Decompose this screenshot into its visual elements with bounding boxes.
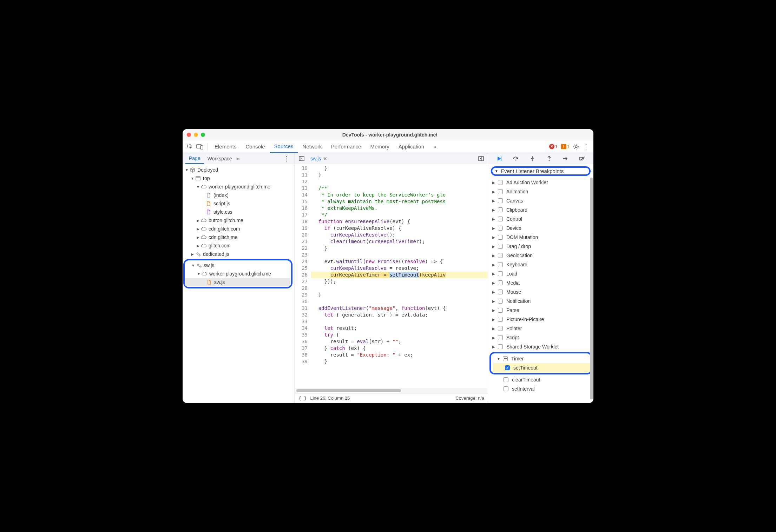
event-category-timer[interactable]: ▼Timer (493, 354, 590, 363)
toggle-debugger-icon[interactable] (476, 154, 486, 163)
tree-root-deployed[interactable]: ▼Deployed (183, 166, 295, 174)
event-category-row[interactable]: ▶Shared Storage Worklet (488, 342, 593, 351)
kebab-menu-icon[interactable]: ⋮ (581, 142, 591, 151)
tree-dedicated[interactable]: ▶dedicated.js (183, 250, 295, 258)
resume-button[interactable] (495, 155, 503, 162)
tab-console[interactable]: Console (242, 140, 269, 153)
checkbox-icon[interactable] (498, 335, 503, 340)
tree-top[interactable]: ▼top (183, 174, 295, 182)
event-category-row[interactable]: ▶Clipboard (488, 205, 593, 214)
event-category-row[interactable]: ▶Parse (488, 306, 593, 315)
checkbox-icon[interactable] (498, 280, 503, 285)
window-controls (187, 133, 205, 137)
subtab-workspace[interactable]: Workspace (204, 153, 236, 164)
tab-memory[interactable]: Memory (366, 140, 394, 153)
navigator-menu-icon[interactable]: ⋮ (281, 155, 292, 162)
pretty-print-icon[interactable]: { } (298, 395, 307, 401)
subtabs-overflow[interactable]: » (237, 155, 239, 161)
checkbox-icon[interactable] (498, 253, 503, 258)
tab-application[interactable]: Application (394, 140, 428, 153)
code-editor[interactable]: 1011121314151617181920212223242526272829… (295, 164, 488, 388)
checkbox-icon[interactable] (504, 377, 508, 382)
event-category-row[interactable]: ▶Notification (488, 297, 593, 306)
event-category-row[interactable]: ▶Script (488, 333, 593, 342)
event-category-row[interactable]: ▶Mouse (488, 287, 593, 297)
deactivate-breakpoints-button[interactable] (578, 155, 586, 162)
event-category-row[interactable]: ▶Canvas (488, 196, 593, 205)
warning-badge[interactable]: !1 (561, 144, 570, 149)
tab-sources[interactable]: Sources (270, 140, 298, 153)
checkbox-icon[interactable] (498, 290, 503, 294)
tree-file-swjs[interactable]: sw.js (185, 278, 290, 286)
event-category-row[interactable]: ▶Drag / drop (488, 242, 593, 251)
maximize-window-button[interactable] (201, 133, 205, 137)
tree-sw-root[interactable]: ▼sw.js (185, 261, 290, 270)
checkbox-icon[interactable] (498, 317, 503, 322)
event-category-row[interactable]: ▶Pointer (488, 324, 593, 333)
tree-domain-cdnme[interactable]: ▶cdn.glitch.me (183, 233, 295, 241)
checkbox-icon[interactable] (498, 217, 503, 221)
step-into-button[interactable] (528, 155, 536, 162)
tree-domain-1[interactable]: ▼worker-playground.glitch.me (183, 182, 295, 191)
checkbox-icon[interactable] (498, 308, 503, 313)
checkbox-icon[interactable] (498, 198, 503, 203)
event-clearTimeout[interactable]: clearTimeout (488, 375, 593, 384)
tree-file-stylecss[interactable]: style.css (183, 208, 295, 216)
step-out-button[interactable] (545, 155, 553, 162)
vertical-scrollbar[interactable] (590, 178, 593, 399)
event-category-row[interactable]: ▶Geolocation (488, 251, 593, 260)
step-button[interactable] (562, 155, 570, 162)
checkbox-icon[interactable] (498, 271, 503, 276)
close-tab-icon[interactable]: ✕ (323, 156, 327, 161)
checkbox-icon[interactable] (498, 299, 503, 304)
checkbox-icon[interactable] (498, 180, 503, 185)
event-category-row[interactable]: ▶Device (488, 224, 593, 233)
checkbox-icon[interactable] (498, 344, 503, 349)
settings-icon[interactable] (572, 142, 581, 151)
section-title[interactable]: Event Listener Breakpoints (501, 168, 564, 174)
checkbox-icon[interactable] (498, 235, 503, 240)
close-window-button[interactable] (187, 133, 191, 137)
toggle-navigator-icon[interactable] (297, 154, 306, 163)
tree-domain-button[interactable]: ▶button.glitch.me (183, 216, 295, 225)
tab-network[interactable]: Network (298, 140, 326, 153)
checkbox-icon[interactable] (498, 244, 503, 249)
checkbox-icon[interactable] (498, 207, 503, 212)
inspect-icon[interactable] (185, 142, 195, 151)
tree-file-scriptjs[interactable]: script.js (183, 199, 295, 208)
tab-elements[interactable]: Elements (210, 140, 241, 153)
checkbox-icon[interactable] (504, 386, 508, 391)
minimize-window-button[interactable] (194, 133, 198, 137)
tree-sw-domain[interactable]: ▼worker-playground.glitch.me (185, 270, 290, 278)
tree-file-index[interactable]: (index) (183, 191, 295, 199)
checkbox-indeterminate-icon[interactable] (503, 356, 508, 361)
checkbox-icon[interactable] (498, 189, 503, 194)
tabs-overflow[interactable]: » (429, 140, 440, 153)
horizontal-scrollbar[interactable] (295, 388, 488, 393)
tab-performance[interactable]: Performance (327, 140, 366, 153)
separator (207, 143, 208, 150)
tree-domain-cdncom[interactable]: ▶cdn.glitch.com (183, 225, 295, 233)
step-over-button[interactable] (512, 155, 520, 162)
checkbox-icon[interactable] (498, 226, 503, 231)
tree-domain-glitch[interactable]: ▶glitch.com (183, 241, 295, 250)
event-category-row[interactable]: ▶Ad Auction Worklet (488, 178, 593, 187)
event-category-row[interactable]: ▶Animation (488, 187, 593, 196)
event-category-row[interactable]: ▶DOM Mutation (488, 233, 593, 242)
code-area[interactable]: } } /** * In order to keep the ServiceWo… (311, 164, 488, 388)
editor-tab-swjs[interactable]: sw.js ✕ (308, 153, 329, 164)
error-badge[interactable]: ✕1 (549, 144, 558, 149)
event-setInterval[interactable]: setInterval (488, 384, 593, 393)
event-setTimeout[interactable]: setTimeout (493, 363, 590, 372)
event-category-row[interactable]: ▶Keyboard (488, 260, 593, 269)
checkbox-checked-icon[interactable] (505, 365, 510, 370)
subtab-page[interactable]: Page (185, 153, 204, 164)
event-category-row[interactable]: ▶Picture-in-Picture (488, 315, 593, 324)
checkbox-icon[interactable] (498, 262, 503, 267)
checkbox-icon[interactable] (498, 326, 503, 331)
device-toolbar-icon[interactable] (195, 142, 204, 151)
event-category-row[interactable]: ▶Control (488, 214, 593, 224)
event-category-row[interactable]: ▶Media (488, 278, 593, 287)
scrollbar-thumb[interactable] (296, 389, 401, 392)
event-category-row[interactable]: ▶Load (488, 269, 593, 278)
